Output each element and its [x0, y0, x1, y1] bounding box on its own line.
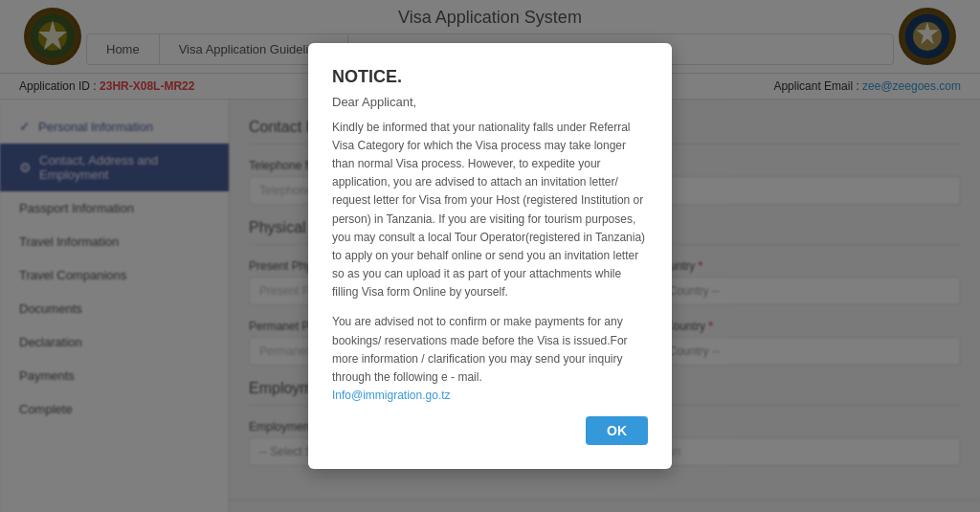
modal-ok-button[interactable]: OK — [586, 416, 648, 445]
modal-footer: OK — [332, 416, 648, 445]
modal-title: NOTICE. — [332, 67, 648, 87]
modal-paragraph1: Kindly be informed that your nationality… — [332, 119, 648, 302]
notice-modal: NOTICE. Dear Applicant, Kindly be inform… — [308, 43, 672, 470]
modal-email-link[interactable]: Info@immigration.go.tz — [332, 389, 451, 402]
modal-salutation: Dear Applicant, — [332, 95, 648, 109]
modal-paragraph2: You are advised not to confirm or make p… — [332, 313, 648, 405]
modal-overlay: NOTICE. Dear Applicant, Kindly be inform… — [0, 0, 980, 512]
